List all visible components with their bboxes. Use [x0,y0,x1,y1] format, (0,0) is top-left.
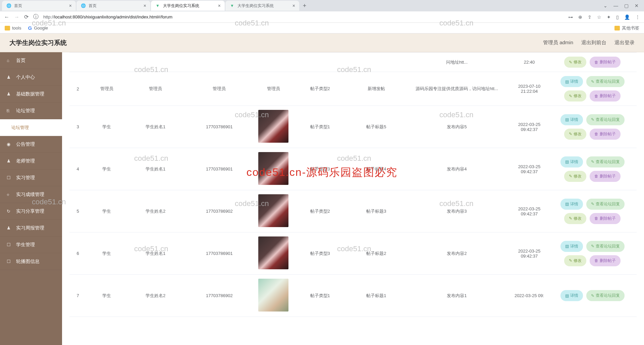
close-icon[interactable]: ✕ [635,3,639,8]
sidebar-item[interactable]: ♟实习周报管理 [0,220,62,236]
logout-link[interactable]: 退出登录 [614,40,635,46]
close-tab-icon[interactable]: × [218,3,221,8]
edit-button[interactable]: ✎修改 [564,90,586,101]
url-input[interactable]: http://localhost:8080/shixiguanlixitong/… [43,14,564,19]
delete-button[interactable]: 🗑删除帖子 [590,171,621,182]
nav-icon: ☐ [7,259,12,264]
sidebar-sub-forum[interactable]: 论坛管理 [0,119,62,136]
browser-tab[interactable]: ▼大学生岗位实习系统× [225,1,299,11]
close-tab-icon[interactable]: × [292,3,295,8]
btn-icon: ✎ [569,132,572,136]
cell-index: 3 [69,106,86,148]
profile-icon[interactable]: 👤 [624,14,630,20]
sidebar-item[interactable]: ☐实习管理 [0,169,62,186]
close-tab-icon[interactable]: × [144,3,146,8]
nav-icon: ♟ [7,91,12,96]
bookmark-icon[interactable]: ☆ [597,14,601,20]
btn-icon: ▤ [565,79,569,84]
forward-icon[interactable]: → [14,14,19,20]
sidebar-item[interactable]: ⟐实习成绩管理 [0,186,62,203]
extension-icon[interactable]: ✦ [607,14,611,20]
sidebar-item[interactable]: ⌂首页 [0,52,62,69]
address-bar: ← → ⟳ ⓘ http://localhost:8080/shixiguanl… [0,11,644,23]
tab-title: 大学生岗位实习系统 [237,3,274,9]
cell-image: 管理员 [255,72,292,106]
detail-button[interactable]: ▤详情 [560,241,583,252]
back-icon[interactable]: ← [4,14,9,20]
view-reply-button[interactable]: ✎查看论坛回复 [586,199,625,210]
cell-ops: ▤详情✎查看论坛回复✎修改🗑删除帖子 [549,190,637,232]
cell-time: 2022-03-25 09:42:37 [509,106,549,148]
current-user[interactable]: 管理员 admin [543,40,573,46]
sidebar-item[interactable]: ☐学生管理 [0,236,62,253]
nav-icon: ♟ [7,75,12,80]
edit-button[interactable]: ✎修改 [564,171,586,182]
view-reply-button[interactable]: ✎查看论坛回复 [586,76,625,87]
nav-label: 公告管理 [16,141,35,147]
detail-button[interactable]: ▤详情 [560,76,583,87]
edit-button[interactable]: ✎修改 [564,57,586,68]
detail-button[interactable]: ▤详情 [560,199,583,210]
key-icon[interactable]: ⊶ [568,14,573,20]
nav-label: 老师管理 [16,158,35,164]
detail-button[interactable]: ▤详情 [560,156,583,167]
cell-type: 帖子类型1 [292,275,348,317]
view-reply-button[interactable]: ✎查看论坛回复 [586,241,625,252]
bookmark-tools[interactable]: tools [5,25,21,30]
window-controls: ⌄ — ▢ ✕ [603,3,642,8]
cell-content: 发布内容5 [405,106,509,148]
minimize-icon[interactable]: — [613,3,618,8]
view-reply-button[interactable]: ✎查看论坛回复 [586,114,625,125]
maximize-icon[interactable]: ▢ [624,3,629,8]
detail-button[interactable]: ▤详情 [560,114,583,125]
cell-ops: ✎修改🗑删除帖子 [549,53,637,72]
cell-index [69,53,86,72]
nav-icon: ☐ [7,175,12,180]
edit-button[interactable]: ✎修改 [564,255,586,266]
sidebar-item[interactable]: ♟老师管理 [0,153,62,169]
delete-button[interactable]: 🗑删除帖子 [590,255,621,266]
zoom-icon[interactable]: ⊕ [578,14,582,20]
close-tab-icon[interactable]: × [69,3,72,8]
chevron-down-icon[interactable]: ⌄ [603,3,607,8]
avatar-image [258,152,288,185]
delete-button[interactable]: 🗑删除帖子 [590,90,621,101]
cell-time: 22:40 [509,53,549,72]
detail-button[interactable]: ▤详情 [560,290,583,301]
sidepanel-icon[interactable]: ▯ [616,14,619,20]
sidebar-item[interactable]: ☐轮播图信息 [0,253,62,270]
cell-type: 帖子类型3 [292,148,348,190]
delete-button[interactable]: 🗑删除帖子 [590,213,621,224]
sidebar-item[interactable]: ♟基础数据管理 [0,86,62,102]
btn-icon: ✎ [569,174,572,179]
browser-tab[interactable]: 🌐首页× [76,1,150,11]
delete-button[interactable]: 🗑删除帖子 [590,129,621,140]
view-reply-button[interactable]: ✎查看论坛回复 [586,156,625,167]
delete-button[interactable]: 🗑删除帖子 [590,57,621,68]
browser-tab[interactable]: 🌐首页× [2,1,76,11]
browser-tab[interactable]: ▼大学生岗位实习系统× [151,1,225,11]
nav-label: 实习管理 [16,175,35,181]
edit-button[interactable]: ✎修改 [564,129,586,140]
bookmark-other[interactable]: 其他书签 [614,25,639,31]
new-tab-button[interactable]: + [300,1,309,10]
sidebar-item[interactable]: ↻实习分享管理 [0,203,62,220]
edit-button[interactable]: ✎修改 [564,213,586,224]
menu-icon[interactable]: ⋮ [635,14,640,20]
cell-content: 问地址htt... [405,53,509,72]
view-reply-button[interactable]: ✎查看论坛回复 [586,290,625,301]
nav-label: 论坛管理 [16,108,35,114]
btn-icon: ✎ [591,202,594,206]
sidebar-item[interactable]: ◉公告管理 [0,136,62,153]
cell-type [292,53,348,72]
to-frontend-link[interactable]: 退出到前台 [581,40,606,46]
reload-icon[interactable]: ⟳ [24,14,29,20]
cell-title: 帖子标题1 [348,275,405,317]
cell-title: 帖子标题5 [348,106,405,148]
share-icon[interactable]: ⇪ [588,14,592,20]
bookmark-google[interactable]: GGoogle [28,25,48,31]
sidebar-item[interactable]: ⎘论坛管理 [0,102,62,119]
sidebar-item[interactable]: ♟个人中心 [0,69,62,86]
cell-time: 2022-03-25 09:42:37 [509,232,549,275]
info-icon[interactable]: ⓘ [33,13,39,20]
